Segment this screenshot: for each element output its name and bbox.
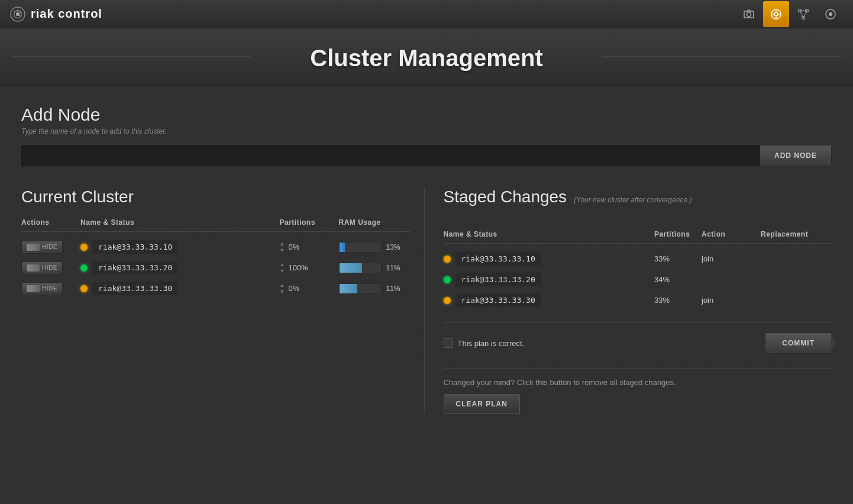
staged-header-partitions: Partitions bbox=[654, 230, 702, 238]
partition-value: 0% bbox=[288, 284, 299, 293]
add-node-input[interactable] bbox=[21, 145, 760, 166]
svg-point-8 bbox=[774, 12, 778, 16]
staged-name-cell: riak@33.33.33.20 bbox=[444, 273, 655, 286]
hide-button[interactable]: HIDE bbox=[21, 241, 63, 254]
status-dot-orange bbox=[80, 285, 88, 292]
svg-line-18 bbox=[803, 11, 807, 18]
ram-bar-container bbox=[339, 263, 382, 273]
header-actions: Actions bbox=[21, 218, 80, 227]
add-node-subtitle: Type the name of a node to add to this c… bbox=[21, 127, 832, 135]
node-ram-cell: 13% bbox=[339, 242, 410, 253]
header-partitions: Partitions bbox=[280, 218, 339, 227]
table-row: HIDE riak@33.33.33.10 ▲ ▼ 0% bbox=[21, 237, 410, 257]
hide-label: HIDE bbox=[42, 285, 57, 292]
table-row: HIDE riak@33.33.33.20 ▲ ▼ 100% bbox=[21, 257, 410, 278]
staged-header-name: Name & Status bbox=[444, 230, 655, 238]
add-node-row: ADD NODE bbox=[21, 145, 832, 166]
header-ram-usage: RAM Usage bbox=[339, 218, 410, 227]
node-name-label: riak@33.33.33.10 bbox=[92, 240, 178, 254]
list-item: riak@33.33.33.20 34% bbox=[444, 269, 832, 290]
status-dot-orange bbox=[444, 297, 451, 304]
hide-button[interactable]: HIDE bbox=[21, 282, 63, 295]
partition-arrows: ▲ ▼ bbox=[280, 241, 285, 253]
hide-button[interactable]: HIDE bbox=[21, 261, 63, 274]
table-row: HIDE riak@33.33.33.30 ▲ ▼ 0% bbox=[21, 278, 410, 299]
staged-node-name: riak@33.33.33.20 bbox=[455, 273, 541, 286]
staged-changes-section: Staged Changes (Your new cluster after c… bbox=[439, 188, 832, 414]
status-dot-green bbox=[80, 264, 88, 272]
ram-bar-fill bbox=[340, 243, 345, 252]
node-name-cell: riak@33.33.33.30 bbox=[80, 282, 280, 295]
svg-point-6 bbox=[747, 12, 751, 17]
staged-partitions-cell: 34% bbox=[654, 275, 702, 284]
plan-correct-label: This plan is correct. bbox=[458, 339, 525, 348]
staged-headers: Name & Status Partitions Action Replacem… bbox=[444, 230, 832, 244]
topbar: riak control bbox=[0, 0, 853, 28]
toggle-icon bbox=[27, 244, 40, 251]
logo: riak control bbox=[9, 6, 102, 22]
record-nav-button[interactable] bbox=[818, 1, 844, 27]
staged-title-row: Staged Changes (Your new cluster after c… bbox=[444, 188, 832, 218]
hide-label: HIDE bbox=[42, 244, 57, 250]
riak-logo-icon bbox=[9, 6, 26, 22]
staged-header-action: Action bbox=[702, 230, 761, 238]
hide-label: HIDE bbox=[42, 264, 57, 271]
add-node-button[interactable]: ADD NODE bbox=[760, 145, 832, 166]
current-cluster-title: Current Cluster bbox=[21, 188, 410, 206]
page-header: Cluster Management bbox=[0, 28, 853, 86]
add-node-section: Add Node Type the name of a node to add … bbox=[21, 105, 832, 166]
partition-arrows: ▲ ▼ bbox=[280, 261, 285, 274]
ram-pct: 11% bbox=[386, 264, 400, 272]
ram-bar-fill bbox=[340, 284, 358, 293]
node-partitions-cell: ▲ ▼ 0% bbox=[280, 282, 339, 295]
toggle-icon bbox=[27, 264, 40, 272]
logo-text: riak control bbox=[31, 7, 102, 21]
current-cluster-headers: Actions Name & Status Partitions RAM Usa… bbox=[21, 218, 410, 232]
current-cluster-section: Current Cluster Actions Name & Status Pa… bbox=[21, 188, 425, 414]
record-icon bbox=[825, 8, 836, 20]
add-node-title: Add Node bbox=[21, 105, 832, 125]
staged-name-cell: riak@33.33.33.10 bbox=[444, 252, 655, 266]
clear-plan-button[interactable]: CLEAR PLAN bbox=[444, 394, 520, 414]
node-partitions-cell: ▲ ▼ 100% bbox=[280, 261, 339, 274]
ram-bar-container bbox=[339, 283, 382, 294]
ram-bar-container bbox=[339, 242, 382, 253]
status-dot-orange bbox=[444, 256, 451, 263]
cluster-icon bbox=[770, 8, 782, 20]
main-content: Add Node Type the name of a node to add … bbox=[0, 86, 853, 504]
node-ram-cell: 11% bbox=[339, 283, 410, 294]
svg-line-17 bbox=[800, 11, 803, 18]
camera-nav-button[interactable] bbox=[736, 1, 762, 27]
two-column-layout: Current Cluster Actions Name & Status Pa… bbox=[21, 188, 832, 414]
node-ram-cell: 11% bbox=[339, 263, 410, 273]
node-partitions-cell: ▲ ▼ 0% bbox=[280, 241, 339, 253]
node-name-label: riak@33.33.33.30 bbox=[92, 282, 178, 295]
staged-node-name: riak@33.33.33.30 bbox=[455, 293, 541, 307]
camera-icon bbox=[743, 8, 755, 20]
svg-point-20 bbox=[829, 12, 832, 16]
node-name-label: riak@33.33.33.20 bbox=[92, 261, 178, 274]
staged-partitions-cell: 33% bbox=[654, 296, 702, 305]
clear-plan-description: Changed your mind? Click this button to … bbox=[444, 378, 832, 387]
toggle-icon bbox=[27, 285, 40, 292]
cluster-nav-button[interactable] bbox=[763, 1, 789, 27]
plan-correct-checkbox[interactable] bbox=[444, 338, 453, 348]
node-actions-cell: HIDE bbox=[21, 241, 80, 254]
list-item: riak@33.33.33.30 33% join bbox=[444, 290, 832, 311]
staged-node-name: riak@33.33.33.10 bbox=[455, 252, 541, 266]
partition-value: 100% bbox=[288, 263, 308, 272]
status-dot-green bbox=[444, 276, 451, 283]
staged-header-replacement: Replacement bbox=[761, 230, 832, 238]
list-item: riak@33.33.33.10 33% join bbox=[444, 248, 832, 269]
status-dot-orange bbox=[80, 244, 88, 251]
staged-subtitle: (Your new cluster after convergence.) bbox=[574, 196, 692, 204]
page-title: Cluster Management bbox=[0, 45, 853, 72]
staged-action-cell: join bbox=[702, 254, 761, 263]
topbar-nav bbox=[736, 1, 844, 27]
node-actions-cell: HIDE bbox=[21, 261, 80, 274]
nodes-nav-button[interactable] bbox=[790, 1, 816, 27]
clear-plan-section: Changed your mind? Click this button to … bbox=[444, 368, 832, 414]
commit-row: This plan is correct. COMMIT bbox=[444, 322, 832, 354]
commit-button[interactable]: COMMIT bbox=[765, 332, 832, 354]
plan-correct-row: This plan is correct. bbox=[444, 338, 525, 348]
